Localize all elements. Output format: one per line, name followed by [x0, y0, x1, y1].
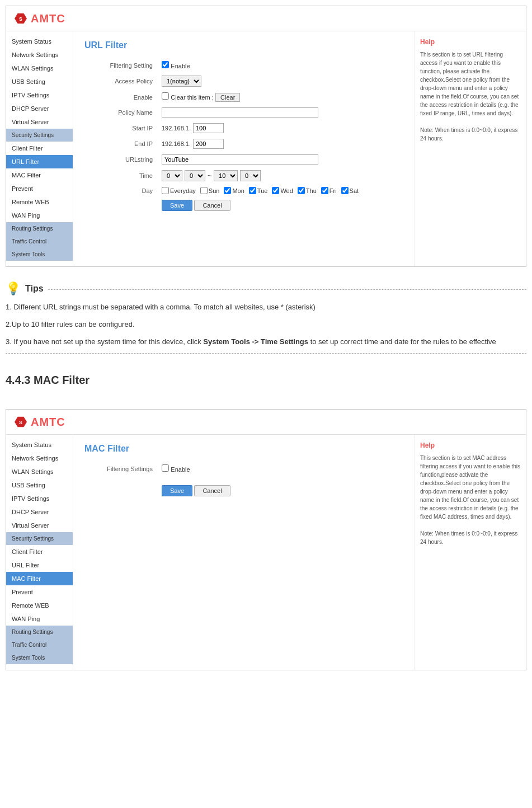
sidebar-item-usb-setting-url[interactable]: USB Setting — [6, 75, 73, 88]
sidebar-item-client-filter-url[interactable]: Client Filter — [6, 142, 73, 155]
day-everyday[interactable]: Everyday — [162, 187, 196, 194]
day-thu-checkbox[interactable] — [298, 187, 305, 194]
mac-filtering-setting-value: Enable — [157, 462, 403, 476]
content-url: URL Filter Filtering Setting Enable Acce… — [73, 31, 414, 266]
sidebar-item-prevent-url[interactable]: Prevent — [6, 182, 73, 195]
sidebar-item-virtual-server-url[interactable]: Virtual Server — [6, 115, 73, 129]
time-min1-select[interactable]: 0 — [185, 170, 205, 181]
tips-title: Tips — [25, 284, 44, 294]
sidebar-item-network-settings-mac[interactable]: Network Settings — [6, 452, 73, 465]
time-hour2-select[interactable]: 10 — [214, 170, 238, 181]
day-fri[interactable]: Fri — [321, 187, 337, 194]
mac-filtering-setting-label: Filtering Settings — [84, 462, 157, 476]
help-panel-url: Help This section is to set URL filterin… — [414, 31, 526, 266]
sidebar-item-remote-web-url[interactable]: Remote WEB — [6, 195, 73, 209]
sidebar-item-remote-web-mac[interactable]: Remote WEB — [6, 599, 73, 612]
sidebar-item-url-filter-mac[interactable]: URL Filter — [6, 558, 73, 572]
end-ip-label: End IP — [84, 136, 157, 152]
sidebar-item-security-settings-url[interactable]: Security Settings — [6, 129, 73, 142]
tip-item-3: 3. If you have not set up the system tim… — [6, 336, 526, 348]
top-bar-url: S AMTC — [6, 6, 526, 31]
mac-filtering-setting-row: Filtering Settings Enable — [84, 462, 403, 476]
help-text-mac: This section is to set MAC address filte… — [420, 454, 520, 521]
sidebar-item-prevent-mac[interactable]: Prevent — [6, 585, 73, 599]
time-min2-select[interactable]: 0 — [240, 170, 261, 181]
cancel-button-mac[interactable]: Cancel — [194, 485, 230, 496]
sidebar-item-traffic-control-url[interactable]: Traffic Control — [6, 235, 73, 248]
day-mon-label: Mon — [232, 187, 244, 194]
time-separator: ~ — [208, 172, 211, 180]
cancel-button-url[interactable]: Cancel — [194, 200, 230, 211]
sidebar-item-network-settings-url[interactable]: Network Settings — [6, 48, 73, 62]
save-cancel-row-url: Save Cancel — [84, 197, 403, 214]
day-wed-checkbox[interactable] — [272, 187, 279, 194]
urlstring-row: URLstring — [84, 152, 403, 167]
day-tue-checkbox[interactable] — [249, 187, 256, 194]
policy-name-value — [157, 105, 403, 120]
access-policy-select[interactable]: 1(notag) — [162, 76, 201, 87]
time-label: Time — [84, 167, 157, 184]
sidebar-item-system-tools-url[interactable]: System Tools — [6, 248, 73, 261]
sidebar-item-system-tools-mac[interactable]: System Tools — [6, 651, 73, 664]
day-value: Everyday Sun Mon — [157, 184, 403, 197]
urlstring-input[interactable] — [162, 154, 318, 165]
sidebar-item-usb-setting-mac[interactable]: USB Setting — [6, 478, 73, 492]
tips-header: 💡 Tips — [6, 281, 526, 296]
day-everyday-checkbox[interactable] — [162, 187, 169, 194]
urlstring-value — [157, 152, 403, 167]
access-policy-row: Access Policy 1(notag) — [84, 73, 403, 90]
sidebar-item-client-filter-mac[interactable]: Client Filter — [6, 545, 73, 558]
time-row: Time 0 0 ~ 10 — [84, 167, 403, 184]
sidebar-item-mac-filter-mac[interactable]: MAC Filter — [6, 572, 73, 585]
filtering-setting-checkbox[interactable] — [162, 61, 169, 68]
sidebar-item-system-status-mac[interactable]: System Status — [6, 438, 73, 452]
sidebar-item-wan-ping-mac[interactable]: WAN Ping — [6, 612, 73, 626]
save-button-url[interactable]: Save — [162, 200, 192, 211]
sidebar-item-security-settings-mac[interactable]: Security Settings — [6, 532, 73, 545]
clear-button[interactable]: Clear — [215, 93, 240, 102]
day-sat-checkbox[interactable] — [341, 187, 349, 194]
sidebar-item-url-filter-url[interactable]: URL Filter — [6, 155, 73, 168]
day-mon[interactable]: Mon — [224, 187, 244, 194]
logo-url: S AMTC — [13, 11, 65, 26]
help-text-url: This section is to set URL filtering acc… — [420, 50, 520, 118]
sidebar-item-routing-settings-mac[interactable]: Routing Settings — [6, 626, 73, 638]
sidebar-item-mac-filter-url[interactable]: MAC Filter — [6, 168, 73, 182]
policy-name-label: Policy Name — [84, 105, 157, 120]
end-ip-row: End IP 192.168.1. — [84, 136, 403, 152]
sidebar-item-wan-ping-url[interactable]: WAN Ping — [6, 209, 73, 222]
end-ip-input[interactable] — [193, 139, 224, 149]
sidebar-item-iptv-settings-url[interactable]: IPTV Settings — [6, 88, 73, 102]
sidebar-item-virtual-server-mac[interactable]: Virtual Server — [6, 519, 73, 532]
sidebar-item-traffic-control-mac[interactable]: Traffic Control — [6, 638, 73, 651]
enable-clear-cell: Clear this item : Clear — [157, 90, 403, 105]
save-button-mac[interactable]: Save — [162, 485, 192, 496]
mac-filtering-setting-checkbox[interactable] — [162, 464, 169, 472]
day-sun-checkbox[interactable] — [200, 187, 208, 194]
day-tue[interactable]: Tue — [249, 187, 268, 194]
day-sat[interactable]: Sat — [341, 187, 359, 194]
page-title-url: URL Filter — [84, 40, 403, 50]
day-sat-label: Sat — [350, 187, 359, 194]
sidebar-item-wlan-settings-url[interactable]: WLAN Settings — [6, 62, 73, 75]
sidebar-item-wlan-settings-mac[interactable]: WLAN Settings — [6, 465, 73, 478]
day-thu[interactable]: Thu — [298, 187, 317, 194]
help-note-mac: Note: When times is 0:0~0:0, it express … — [420, 529, 520, 546]
day-wed[interactable]: Wed — [272, 187, 293, 194]
day-mon-checkbox[interactable] — [224, 187, 231, 194]
day-sun[interactable]: Sun — [200, 187, 220, 194]
sidebar-item-system-status-url[interactable]: System Status — [6, 35, 73, 48]
sidebar-item-dhcp-server-mac[interactable]: DHCP Server — [6, 505, 73, 519]
policy-name-input[interactable] — [162, 107, 318, 118]
help-title-url: Help — [420, 37, 520, 47]
start-ip-label: Start IP — [84, 120, 157, 136]
start-ip-input[interactable] — [193, 123, 224, 133]
sidebar-item-dhcp-server-url[interactable]: DHCP Server — [6, 102, 73, 115]
main-layout-url: System Status Network Settings WLAN Sett… — [6, 31, 526, 266]
enable-checkbox[interactable] — [162, 92, 169, 100]
time-hour1-select[interactable]: 0 — [162, 170, 182, 181]
sidebar-item-iptv-settings-mac[interactable]: IPTV Settings — [6, 492, 73, 505]
end-ip-prefix: 192.168.1. — [162, 140, 191, 147]
sidebar-item-routing-settings-url[interactable]: Routing Settings — [6, 222, 73, 235]
day-fri-checkbox[interactable] — [321, 187, 328, 194]
